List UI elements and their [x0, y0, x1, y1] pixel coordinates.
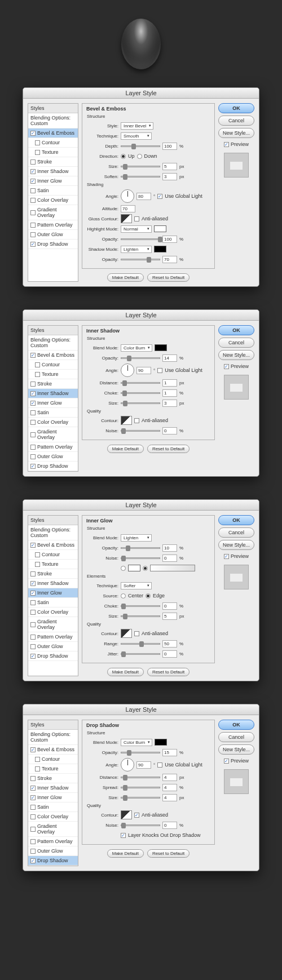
radio[interactable]	[121, 154, 126, 159]
style-row-texture[interactable]: Texture	[28, 370, 78, 379]
style-row-stroke[interactable]: Stroke	[28, 157, 78, 167]
blend-mode-select[interactable]: Lighten	[121, 246, 152, 253]
blending-options-row[interactable]: Blending Options: Custom	[28, 335, 78, 351]
style-row-gradient-overlay[interactable]: Gradient Overlay	[28, 427, 78, 442]
style-row-inner-glow[interactable]: Inner Glow	[28, 398, 78, 408]
global-light-checkbox[interactable]	[157, 368, 162, 373]
new-style-button[interactable]: New Style...	[218, 128, 254, 138]
checkbox[interactable]	[30, 420, 36, 425]
global-light-checkbox[interactable]	[157, 194, 162, 199]
value-input[interactable]: 0	[162, 822, 177, 829]
style-row-satin[interactable]: Satin	[28, 802, 78, 812]
checkbox[interactable]	[30, 622, 36, 627]
value-input[interactable]: 4	[162, 784, 177, 791]
angle-input[interactable]: 90	[136, 367, 151, 374]
checkbox[interactable]	[30, 747, 36, 752]
checkbox[interactable]	[30, 410, 36, 415]
style-row-outer-glow[interactable]: Outer Glow	[28, 230, 78, 240]
angle-dial[interactable]	[121, 758, 134, 771]
style-row-drop-shadow[interactable]: Drop Shadow	[28, 856, 78, 866]
slider-thumb[interactable]	[123, 401, 127, 406]
value-input[interactable]: 3	[162, 400, 177, 407]
checkbox[interactable]	[30, 169, 36, 174]
gradient-radio[interactable]	[143, 566, 148, 571]
style-row-inner-glow[interactable]: Inner Glow	[28, 588, 78, 598]
reset-default-button[interactable]: Reset to Default	[147, 849, 190, 858]
radio[interactable]	[121, 593, 126, 598]
checkbox[interactable]	[30, 454, 36, 459]
slider[interactable]	[121, 145, 160, 147]
ok-button[interactable]: OK	[218, 325, 254, 335]
slider[interactable]	[121, 643, 160, 645]
new-style-button[interactable]: New Style...	[218, 350, 254, 360]
slider[interactable]	[121, 615, 160, 617]
global-light-checkbox[interactable]	[157, 762, 162, 768]
slider-thumb[interactable]	[126, 546, 130, 551]
style-row-drop-shadow[interactable]: Drop Shadow	[28, 462, 78, 471]
checkbox[interactable]	[35, 362, 40, 367]
color-radio[interactable]	[121, 566, 126, 571]
style-row-stroke[interactable]: Stroke	[28, 379, 78, 389]
checkbox[interactable]	[35, 372, 40, 377]
style-row-drop-shadow[interactable]: Drop Shadow	[28, 651, 78, 661]
antialias-checkbox[interactable]	[134, 418, 139, 423]
value-input[interactable]: 5	[162, 163, 177, 170]
slider[interactable]	[121, 392, 160, 394]
contour-picker[interactable]	[121, 416, 132, 425]
value-input[interactable]: 3	[162, 173, 177, 180]
slider-thumb[interactable]	[158, 237, 162, 242]
blend-mode-select[interactable]: Color Burn	[121, 344, 152, 352]
slider[interactable]	[121, 797, 160, 799]
value-input[interactable]: 10	[162, 544, 177, 552]
preview-checkbox[interactable]	[224, 759, 229, 764]
value-input[interactable]: 100	[162, 236, 177, 243]
color-swatch[interactable]	[154, 225, 166, 232]
checkbox[interactable]	[30, 242, 36, 247]
value-input[interactable]: 0	[162, 650, 177, 658]
slider[interactable]	[121, 259, 160, 260]
select-technique[interactable]: Smooth	[121, 132, 152, 140]
checkbox[interactable]	[30, 445, 36, 450]
slider-thumb[interactable]	[127, 356, 131, 361]
slider-thumb[interactable]	[123, 174, 127, 180]
slider[interactable]	[121, 166, 160, 167]
ok-button[interactable]: OK	[218, 720, 254, 730]
reset-default-button[interactable]: Reset to Default	[147, 445, 190, 453]
checkbox[interactable]	[30, 179, 36, 184]
slider-thumb[interactable]	[123, 164, 127, 170]
angle-dial[interactable]	[121, 363, 134, 377]
make-default-button[interactable]: Make Default	[107, 445, 144, 453]
checkbox[interactable]	[35, 562, 40, 567]
contour-picker[interactable]	[121, 629, 132, 638]
checkbox[interactable]	[30, 795, 36, 800]
checkbox[interactable]	[30, 635, 36, 640]
checkbox[interactable]	[30, 571, 36, 577]
style-row-pattern-overlay[interactable]: Pattern Overlay	[28, 442, 78, 452]
value-input[interactable]: 0	[162, 602, 177, 610]
slider-thumb[interactable]	[122, 380, 127, 386]
preview-checkbox[interactable]	[224, 364, 229, 369]
new-style-button[interactable]: New Style...	[218, 744, 254, 755]
preview-check[interactable]: Preview	[218, 141, 254, 147]
slider[interactable]	[121, 547, 160, 549]
value-input[interactable]: 1	[162, 379, 177, 387]
angle-input[interactable]: 90	[136, 761, 151, 769]
slider[interactable]	[121, 824, 160, 826]
slider[interactable]	[121, 176, 160, 178]
slider[interactable]	[121, 653, 160, 655]
reset-default-button[interactable]: Reset to Default	[147, 273, 190, 282]
preview-check[interactable]: Preview	[218, 363, 254, 369]
style-row-outer-glow[interactable]: Outer Glow	[28, 452, 78, 462]
make-default-button[interactable]: Make Default	[107, 273, 144, 282]
new-style-button[interactable]: New Style...	[218, 540, 254, 550]
antialias-checkbox[interactable]	[134, 216, 139, 221]
style-row-color-overlay[interactable]: Color Overlay	[28, 196, 78, 205]
checkbox[interactable]	[30, 401, 36, 406]
checkbox[interactable]	[35, 552, 40, 557]
angle-dial[interactable]	[121, 189, 134, 203]
color-swatch[interactable]	[155, 344, 167, 351]
style-row-drop-shadow[interactable]: Drop Shadow	[28, 240, 78, 249]
antialias-checkbox[interactable]	[134, 631, 139, 636]
value-input[interactable]: 4	[162, 794, 177, 801]
slider-thumb[interactable]	[123, 785, 127, 791]
